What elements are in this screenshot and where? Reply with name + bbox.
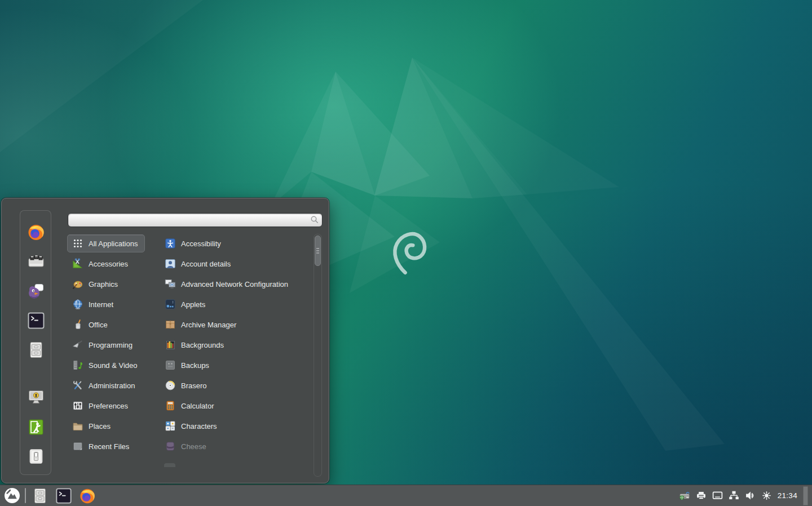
favorite-lock-screen[interactable] bbox=[27, 388, 45, 406]
app-label: Backups bbox=[181, 361, 209, 370]
app-calculator[interactable]: Calculator bbox=[162, 396, 313, 416]
category-sound-video[interactable]: Sound & Video bbox=[67, 355, 162, 375]
launcher-firefox[interactable] bbox=[79, 487, 96, 504]
favorite-shutdown[interactable] bbox=[27, 447, 45, 465]
favorites-sidebar bbox=[20, 210, 51, 475]
category-recent-files[interactable]: Recent Files bbox=[67, 436, 162, 456]
app-label: Cheese bbox=[181, 442, 206, 451]
search-input[interactable] bbox=[68, 213, 323, 227]
network-icon bbox=[728, 490, 740, 501]
category-list: All ApplicationsAccessoriesGraphicsInter… bbox=[67, 233, 162, 456]
favorite-pidgin[interactable] bbox=[27, 282, 45, 300]
system-tray bbox=[679, 490, 773, 501]
app-label: Brasero bbox=[181, 381, 207, 390]
recent-files-icon bbox=[72, 441, 83, 452]
terminal-icon bbox=[55, 487, 72, 504]
input-method-icon bbox=[679, 490, 691, 501]
sound-video-icon bbox=[72, 359, 83, 371]
category-administration[interactable]: Administration bbox=[67, 375, 162, 396]
app-label: Backgrounds bbox=[181, 341, 224, 349]
logout-icon bbox=[27, 418, 45, 436]
scrollbar[interactable] bbox=[314, 234, 322, 477]
account-details-icon bbox=[165, 258, 176, 269]
category-pill: Graphics bbox=[67, 275, 125, 293]
menu-button[interactable] bbox=[2, 486, 21, 505]
all-applications-icon bbox=[72, 238, 83, 249]
display-icon bbox=[712, 490, 723, 501]
shutdown-icon bbox=[27, 447, 45, 465]
network-configuration-icon bbox=[165, 278, 176, 290]
app-backups[interactable]: Backups bbox=[162, 355, 313, 375]
category-label: Accessories bbox=[89, 260, 128, 268]
lock-screen-icon bbox=[27, 388, 45, 406]
favorite-terminal[interactable] bbox=[27, 312, 45, 330]
app-account-details[interactable]: Account details bbox=[162, 254, 313, 274]
category-programming[interactable]: Programming bbox=[67, 335, 162, 355]
category-pill: All Applications bbox=[67, 234, 145, 252]
brightness-icon bbox=[761, 490, 773, 501]
category-graphics[interactable]: Graphics bbox=[67, 274, 162, 294]
app-backgrounds[interactable]: Backgrounds bbox=[162, 335, 313, 355]
tray-brightness[interactable] bbox=[761, 490, 773, 501]
category-label: Office bbox=[89, 321, 108, 329]
internet-icon bbox=[72, 299, 83, 310]
app-pill: Applets bbox=[162, 295, 213, 313]
app-advanced-network-configuration[interactable]: Advanced Network Configuration bbox=[162, 274, 313, 294]
category-places[interactable]: Places bbox=[67, 416, 162, 436]
app-brasero[interactable]: Brasero bbox=[162, 375, 313, 396]
search-bar bbox=[68, 213, 323, 227]
clock[interactable]: 21:34 bbox=[778, 491, 797, 500]
office-icon bbox=[72, 319, 83, 330]
category-label: Recent Files bbox=[89, 442, 129, 451]
backgrounds-icon bbox=[165, 339, 176, 350]
firefox-icon bbox=[79, 487, 96, 504]
favorite-logout[interactable] bbox=[27, 418, 45, 436]
app-label: Archive Manager bbox=[181, 321, 236, 329]
category-label: Administration bbox=[89, 381, 135, 390]
category-label: Internet bbox=[89, 300, 113, 309]
firefox-icon bbox=[27, 223, 45, 241]
administration-icon bbox=[72, 380, 83, 391]
tray-volume[interactable] bbox=[744, 490, 756, 501]
category-internet[interactable]: Internet bbox=[67, 294, 162, 314]
brasero-icon bbox=[165, 380, 176, 391]
printer-icon bbox=[695, 490, 707, 501]
tray-printer[interactable] bbox=[695, 490, 707, 501]
launcher-file-manager[interactable] bbox=[32, 487, 48, 504]
file-manager-icon bbox=[32, 487, 48, 504]
scrollbar-thumb[interactable] bbox=[315, 236, 321, 266]
category-label: All Applications bbox=[89, 239, 138, 248]
app-archive-manager[interactable]: Archive Manager bbox=[162, 314, 313, 335]
category-pill: Accessories bbox=[67, 255, 135, 273]
debian-logo bbox=[378, 223, 440, 285]
volume-icon bbox=[744, 490, 756, 501]
category-label: Places bbox=[89, 422, 111, 430]
applets-icon bbox=[165, 299, 176, 310]
category-label: Graphics bbox=[89, 280, 118, 288]
favorite-package-manager[interactable] bbox=[27, 252, 45, 270]
launcher-terminal[interactable] bbox=[55, 487, 72, 504]
panel-separator bbox=[25, 488, 26, 503]
tray-network[interactable] bbox=[728, 490, 740, 501]
app-characters[interactable]: Characters bbox=[162, 416, 313, 436]
category-pill: Administration bbox=[67, 376, 142, 394]
app-pill: Account details bbox=[162, 255, 238, 273]
app-pill: Archive Manager bbox=[162, 316, 244, 334]
category-pill: Programming bbox=[67, 336, 140, 354]
category-preferences[interactable]: Preferences bbox=[67, 396, 162, 416]
favorite-firefox[interactable] bbox=[27, 223, 45, 241]
app-cheese[interactable]: Cheese bbox=[162, 436, 313, 456]
show-desktop-button[interactable] bbox=[803, 486, 808, 505]
app-accessibility[interactable]: Accessibility bbox=[162, 233, 313, 254]
favorite-file-manager[interactable] bbox=[27, 341, 45, 359]
app-pill: Backups bbox=[162, 356, 217, 374]
category-office[interactable]: Office bbox=[67, 314, 162, 335]
category-accessories[interactable]: Accessories bbox=[67, 254, 162, 274]
accessibility-icon bbox=[165, 238, 176, 249]
cheese-icon bbox=[165, 441, 176, 452]
app-applets[interactable]: Applets bbox=[162, 294, 313, 314]
tray-display[interactable] bbox=[712, 490, 723, 501]
category-all-applications[interactable]: All Applications bbox=[67, 233, 162, 254]
tray-input-method[interactable] bbox=[679, 490, 691, 501]
category-pill: Recent Files bbox=[67, 437, 136, 455]
